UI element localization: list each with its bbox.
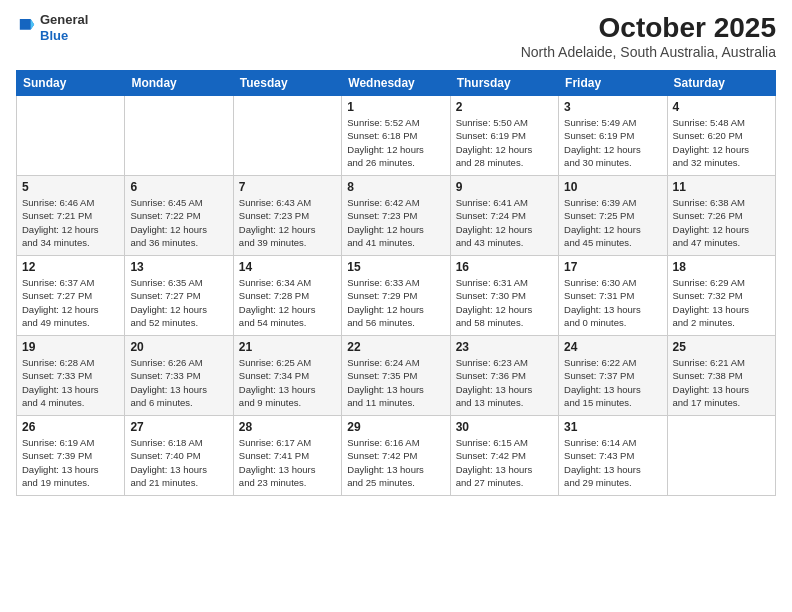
table-row: 11Sunrise: 6:38 AMSunset: 7:26 PMDayligh… xyxy=(667,176,775,256)
day-info: Sunrise: 6:34 AMSunset: 7:28 PMDaylight:… xyxy=(239,276,336,329)
day-number: 10 xyxy=(564,180,661,194)
table-row: 10Sunrise: 6:39 AMSunset: 7:25 PMDayligh… xyxy=(559,176,667,256)
logo-text: General Blue xyxy=(40,12,88,43)
col-sunday: Sunday xyxy=(17,71,125,96)
table-row: 20Sunrise: 6:26 AMSunset: 7:33 PMDayligh… xyxy=(125,336,233,416)
day-info: Sunrise: 6:42 AMSunset: 7:23 PMDaylight:… xyxy=(347,196,444,249)
table-row xyxy=(125,96,233,176)
day-info: Sunrise: 6:30 AMSunset: 7:31 PMDaylight:… xyxy=(564,276,661,329)
table-row: 30Sunrise: 6:15 AMSunset: 7:42 PMDayligh… xyxy=(450,416,558,496)
title-block: October 2025 North Adelaide, South Austr… xyxy=(521,12,776,60)
day-number: 20 xyxy=(130,340,227,354)
logo-blue: Blue xyxy=(40,28,88,44)
table-row: 2Sunrise: 5:50 AMSunset: 6:19 PMDaylight… xyxy=(450,96,558,176)
day-info: Sunrise: 6:45 AMSunset: 7:22 PMDaylight:… xyxy=(130,196,227,249)
day-number: 14 xyxy=(239,260,336,274)
logo-general: General xyxy=(40,12,88,28)
table-row: 23Sunrise: 6:23 AMSunset: 7:36 PMDayligh… xyxy=(450,336,558,416)
day-number: 3 xyxy=(564,100,661,114)
calendar-title: October 2025 xyxy=(521,12,776,44)
day-info: Sunrise: 6:28 AMSunset: 7:33 PMDaylight:… xyxy=(22,356,119,409)
day-info: Sunrise: 6:15 AMSunset: 7:42 PMDaylight:… xyxy=(456,436,553,489)
table-row xyxy=(667,416,775,496)
day-info: Sunrise: 5:52 AMSunset: 6:18 PMDaylight:… xyxy=(347,116,444,169)
day-number: 11 xyxy=(673,180,770,194)
table-row: 26Sunrise: 6:19 AMSunset: 7:39 PMDayligh… xyxy=(17,416,125,496)
day-info: Sunrise: 6:35 AMSunset: 7:27 PMDaylight:… xyxy=(130,276,227,329)
col-saturday: Saturday xyxy=(667,71,775,96)
day-number: 25 xyxy=(673,340,770,354)
table-row: 12Sunrise: 6:37 AMSunset: 7:27 PMDayligh… xyxy=(17,256,125,336)
col-friday: Friday xyxy=(559,71,667,96)
day-info: Sunrise: 5:49 AMSunset: 6:19 PMDaylight:… xyxy=(564,116,661,169)
logo-icon xyxy=(18,17,36,39)
day-info: Sunrise: 6:39 AMSunset: 7:25 PMDaylight:… xyxy=(564,196,661,249)
logo: General Blue xyxy=(16,12,88,43)
day-number: 8 xyxy=(347,180,444,194)
calendar-week-row: 26Sunrise: 6:19 AMSunset: 7:39 PMDayligh… xyxy=(17,416,776,496)
table-row: 19Sunrise: 6:28 AMSunset: 7:33 PMDayligh… xyxy=(17,336,125,416)
table-row: 3Sunrise: 5:49 AMSunset: 6:19 PMDaylight… xyxy=(559,96,667,176)
calendar-week-row: 19Sunrise: 6:28 AMSunset: 7:33 PMDayligh… xyxy=(17,336,776,416)
day-number: 27 xyxy=(130,420,227,434)
calendar-table: Sunday Monday Tuesday Wednesday Thursday… xyxy=(16,70,776,496)
table-row xyxy=(233,96,341,176)
calendar-week-row: 5Sunrise: 6:46 AMSunset: 7:21 PMDaylight… xyxy=(17,176,776,256)
table-row: 16Sunrise: 6:31 AMSunset: 7:30 PMDayligh… xyxy=(450,256,558,336)
day-info: Sunrise: 6:17 AMSunset: 7:41 PMDaylight:… xyxy=(239,436,336,489)
day-info: Sunrise: 6:22 AMSunset: 7:37 PMDaylight:… xyxy=(564,356,661,409)
table-row: 22Sunrise: 6:24 AMSunset: 7:35 PMDayligh… xyxy=(342,336,450,416)
day-number: 13 xyxy=(130,260,227,274)
table-row: 6Sunrise: 6:45 AMSunset: 7:22 PMDaylight… xyxy=(125,176,233,256)
day-info: Sunrise: 5:50 AMSunset: 6:19 PMDaylight:… xyxy=(456,116,553,169)
table-row: 8Sunrise: 6:42 AMSunset: 7:23 PMDaylight… xyxy=(342,176,450,256)
table-row: 29Sunrise: 6:16 AMSunset: 7:42 PMDayligh… xyxy=(342,416,450,496)
table-row: 1Sunrise: 5:52 AMSunset: 6:18 PMDaylight… xyxy=(342,96,450,176)
header-row: Sunday Monday Tuesday Wednesday Thursday… xyxy=(17,71,776,96)
day-info: Sunrise: 6:43 AMSunset: 7:23 PMDaylight:… xyxy=(239,196,336,249)
day-number: 2 xyxy=(456,100,553,114)
table-row: 25Sunrise: 6:21 AMSunset: 7:38 PMDayligh… xyxy=(667,336,775,416)
table-row: 21Sunrise: 6:25 AMSunset: 7:34 PMDayligh… xyxy=(233,336,341,416)
day-info: Sunrise: 6:37 AMSunset: 7:27 PMDaylight:… xyxy=(22,276,119,329)
page: General Blue October 2025 North Adelaide… xyxy=(0,0,792,612)
day-number: 17 xyxy=(564,260,661,274)
day-info: Sunrise: 6:19 AMSunset: 7:39 PMDaylight:… xyxy=(22,436,119,489)
day-number: 28 xyxy=(239,420,336,434)
day-number: 24 xyxy=(564,340,661,354)
svg-marker-1 xyxy=(31,19,35,30)
day-info: Sunrise: 6:24 AMSunset: 7:35 PMDaylight:… xyxy=(347,356,444,409)
table-row: 28Sunrise: 6:17 AMSunset: 7:41 PMDayligh… xyxy=(233,416,341,496)
day-info: Sunrise: 6:33 AMSunset: 7:29 PMDaylight:… xyxy=(347,276,444,329)
table-row: 31Sunrise: 6:14 AMSunset: 7:43 PMDayligh… xyxy=(559,416,667,496)
day-number: 31 xyxy=(564,420,661,434)
day-number: 16 xyxy=(456,260,553,274)
day-info: Sunrise: 6:25 AMSunset: 7:34 PMDaylight:… xyxy=(239,356,336,409)
day-info: Sunrise: 6:38 AMSunset: 7:26 PMDaylight:… xyxy=(673,196,770,249)
day-info: Sunrise: 6:21 AMSunset: 7:38 PMDaylight:… xyxy=(673,356,770,409)
table-row: 4Sunrise: 5:48 AMSunset: 6:20 PMDaylight… xyxy=(667,96,775,176)
day-info: Sunrise: 6:29 AMSunset: 7:32 PMDaylight:… xyxy=(673,276,770,329)
calendar-subtitle: North Adelaide, South Australia, Austral… xyxy=(521,44,776,60)
day-info: Sunrise: 5:48 AMSunset: 6:20 PMDaylight:… xyxy=(673,116,770,169)
day-info: Sunrise: 6:18 AMSunset: 7:40 PMDaylight:… xyxy=(130,436,227,489)
table-row: 13Sunrise: 6:35 AMSunset: 7:27 PMDayligh… xyxy=(125,256,233,336)
table-row: 5Sunrise: 6:46 AMSunset: 7:21 PMDaylight… xyxy=(17,176,125,256)
table-row: 15Sunrise: 6:33 AMSunset: 7:29 PMDayligh… xyxy=(342,256,450,336)
day-info: Sunrise: 6:46 AMSunset: 7:21 PMDaylight:… xyxy=(22,196,119,249)
table-row: 24Sunrise: 6:22 AMSunset: 7:37 PMDayligh… xyxy=(559,336,667,416)
table-row: 18Sunrise: 6:29 AMSunset: 7:32 PMDayligh… xyxy=(667,256,775,336)
day-number: 6 xyxy=(130,180,227,194)
day-number: 22 xyxy=(347,340,444,354)
col-monday: Monday xyxy=(125,71,233,96)
table-row: 14Sunrise: 6:34 AMSunset: 7:28 PMDayligh… xyxy=(233,256,341,336)
day-number: 9 xyxy=(456,180,553,194)
col-wednesday: Wednesday xyxy=(342,71,450,96)
day-info: Sunrise: 6:26 AMSunset: 7:33 PMDaylight:… xyxy=(130,356,227,409)
table-row: 17Sunrise: 6:30 AMSunset: 7:31 PMDayligh… xyxy=(559,256,667,336)
col-tuesday: Tuesday xyxy=(233,71,341,96)
day-number: 5 xyxy=(22,180,119,194)
header: General Blue October 2025 North Adelaide… xyxy=(16,12,776,60)
day-number: 23 xyxy=(456,340,553,354)
day-number: 21 xyxy=(239,340,336,354)
